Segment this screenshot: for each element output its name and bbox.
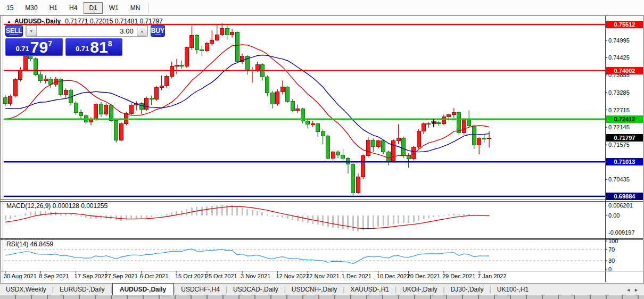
chart-ohlc-values: 0.71771 0.72015 0.71481 0.71797 [65,18,163,25]
sell-price-box[interactable]: 0.71 79 7 [5,38,63,56]
sell-price-base: 0.71 [16,45,29,53]
chart-symbol: AUDUSD-,Daily [14,18,61,25]
sell-price-big: 79 [30,40,48,54]
macd-histogram [5,205,490,231]
sell-price-pip: 7 [48,39,52,48]
collapse-icon[interactable]: ▲ [7,19,11,24]
rsi-line [5,249,489,264]
volume-decrease-icon[interactable]: ▼ [26,26,37,36]
trading-terminal: 15M30H1H4D1W1MN ▲AUDUSD-,Daily0.71771 0.… [0,0,644,299]
sell-button[interactable]: SELL [5,25,23,37]
chart-title: ▲AUDUSD-,Daily0.71771 0.72015 0.71481 0.… [7,18,163,25]
buy-price-big: 81 [90,40,108,54]
volume-input[interactable] [37,26,137,36]
buy-price-pip: 8 [108,39,112,48]
one-click-trade-panel: SELL ▼ ▲ BUY 0.71 79 7 0.71 81 8 [5,25,122,56]
volume-increase-icon[interactable]: ▲ [137,26,147,36]
rsi-levels [4,250,605,261]
buy-price-base: 0.71 [76,45,89,53]
volume-stepper: ▼ ▲ [26,25,148,37]
panel-frames [1,16,643,282]
buy-price-box[interactable]: 0.71 81 8 [65,38,123,56]
date-tick-marks [5,271,479,274]
buy-button[interactable]: BUY [151,25,165,37]
